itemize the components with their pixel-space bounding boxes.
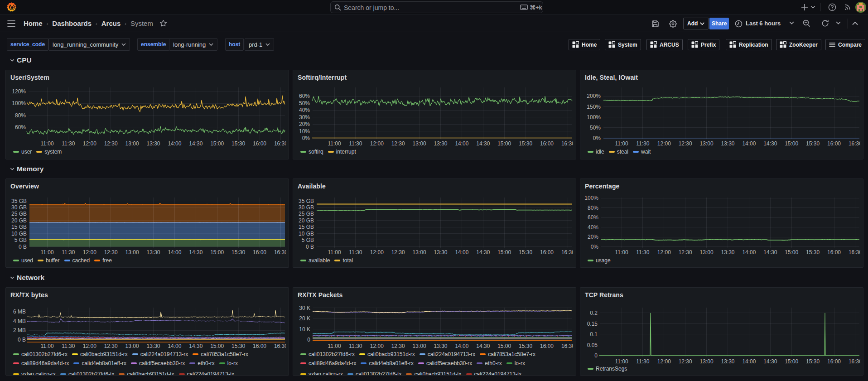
- svg-text:35 GB: 35 GB: [11, 198, 27, 204]
- svg-text:14:30: 14:30: [189, 249, 203, 256]
- svg-text:16:30: 16:30: [849, 358, 860, 365]
- svg-text:15 GB: 15 GB: [11, 224, 27, 230]
- svg-text:11:00: 11:00: [328, 343, 341, 349]
- svg-text:16:00: 16:00: [253, 249, 266, 256]
- svg-text:14:30: 14:30: [476, 249, 490, 256]
- svg-text:16:00: 16:00: [253, 343, 266, 349]
- svg-text:30 K: 30 K: [299, 305, 310, 311]
- svg-text:15:00: 15:00: [785, 140, 798, 147]
- svg-text:10 GB: 10 GB: [299, 231, 314, 237]
- svg-text:40%: 40%: [299, 107, 310, 113]
- svg-text:15:30: 15:30: [519, 249, 532, 256]
- svg-text:30 GB: 30 GB: [299, 204, 314, 211]
- svg-text:16:00: 16:00: [540, 249, 554, 256]
- svg-text:150%: 150%: [587, 104, 601, 110]
- svg-text:15:30: 15:30: [231, 249, 245, 256]
- svg-text:50%: 50%: [590, 125, 601, 131]
- svg-text:15:00: 15:00: [785, 358, 798, 365]
- svg-text:30 GB: 30 GB: [11, 204, 27, 211]
- svg-text:14:00: 14:00: [742, 249, 756, 256]
- svg-text:11:30: 11:30: [62, 343, 75, 349]
- svg-text:11:00: 11:00: [40, 343, 53, 349]
- svg-text:11:00: 11:00: [40, 140, 53, 147]
- svg-text:10 GB: 10 GB: [11, 231, 27, 237]
- svg-text:11:30: 11:30: [636, 249, 649, 256]
- svg-text:0 B: 0 B: [19, 244, 27, 250]
- svg-text:11:00: 11:00: [615, 249, 628, 256]
- svg-text:16:30: 16:30: [561, 249, 573, 256]
- svg-text:11:30: 11:30: [62, 249, 75, 256]
- svg-text:14:30: 14:30: [763, 358, 777, 365]
- svg-text:120%: 120%: [12, 88, 26, 95]
- svg-text:12:00: 12:00: [370, 249, 384, 256]
- svg-text:30%: 30%: [299, 114, 310, 121]
- svg-text:0: 0: [594, 352, 598, 359]
- svg-text:20 GB: 20 GB: [11, 217, 27, 224]
- svg-text:60%: 60%: [588, 214, 598, 221]
- svg-text:0.15: 0.15: [587, 321, 598, 327]
- svg-text:12:30: 12:30: [391, 249, 405, 256]
- svg-text:12:00: 12:00: [83, 249, 96, 256]
- svg-text:25 GB: 25 GB: [11, 211, 27, 217]
- svg-text:12:30: 12:30: [391, 140, 405, 147]
- svg-text:16:00: 16:00: [827, 358, 841, 365]
- svg-text:16:00: 16:00: [540, 140, 554, 147]
- svg-text:11:00: 11:00: [615, 358, 628, 365]
- svg-text:14:00: 14:00: [455, 140, 468, 147]
- svg-text:13:30: 13:30: [146, 249, 160, 256]
- svg-text:0: 0: [307, 337, 310, 343]
- svg-text:13:30: 13:30: [721, 140, 734, 147]
- svg-text:60%: 60%: [15, 124, 26, 130]
- svg-text:16:30: 16:30: [849, 249, 860, 256]
- svg-text:6 MB: 6 MB: [13, 309, 26, 315]
- svg-text:14:00: 14:00: [742, 358, 756, 365]
- svg-text:14:30: 14:30: [763, 249, 777, 256]
- svg-text:12:30: 12:30: [104, 343, 118, 349]
- svg-text:15:30: 15:30: [231, 140, 245, 147]
- svg-text:15:30: 15:30: [806, 249, 820, 256]
- svg-text:14:30: 14:30: [189, 343, 203, 349]
- svg-text:11:30: 11:30: [62, 140, 75, 147]
- svg-text:10%: 10%: [299, 128, 310, 135]
- svg-text:16:00: 16:00: [540, 343, 554, 349]
- svg-text:14:00: 14:00: [168, 249, 181, 256]
- svg-text:11:30: 11:30: [349, 343, 362, 349]
- svg-text:25 GB: 25 GB: [299, 211, 314, 217]
- svg-text:13:30: 13:30: [434, 249, 447, 256]
- svg-text:12:30: 12:30: [104, 249, 118, 256]
- svg-text:15 GB: 15 GB: [299, 224, 314, 230]
- svg-text:12:00: 12:00: [657, 249, 671, 256]
- svg-text:13:00: 13:00: [413, 140, 426, 147]
- svg-text:16:30: 16:30: [561, 343, 573, 349]
- svg-text:11:30: 11:30: [636, 140, 649, 147]
- svg-text:60%: 60%: [299, 93, 310, 99]
- svg-text:15:00: 15:00: [497, 140, 511, 147]
- svg-text:16:30: 16:30: [849, 140, 860, 147]
- svg-text:16:30: 16:30: [561, 140, 573, 147]
- svg-text:20 GB: 20 GB: [299, 217, 314, 224]
- svg-text:15:30: 15:30: [806, 140, 820, 147]
- svg-text:14:30: 14:30: [189, 140, 203, 147]
- svg-text:5 GB: 5 GB: [14, 237, 27, 243]
- svg-text:13:00: 13:00: [125, 343, 139, 349]
- svg-text:15:30: 15:30: [231, 343, 245, 349]
- svg-text:13:00: 13:00: [700, 358, 714, 365]
- svg-text:20 K: 20 K: [299, 315, 310, 322]
- svg-text:12:30: 12:30: [679, 358, 692, 365]
- svg-text:15:00: 15:00: [210, 343, 224, 349]
- svg-text:4 MB: 4 MB: [13, 318, 26, 324]
- svg-text:15:00: 15:00: [785, 249, 798, 256]
- svg-text:16:00: 16:00: [827, 249, 841, 256]
- svg-text:12:30: 12:30: [104, 140, 118, 147]
- svg-text:13:30: 13:30: [146, 343, 160, 349]
- svg-text:15:00: 15:00: [497, 249, 511, 256]
- svg-text:12:00: 12:00: [83, 140, 96, 147]
- svg-text:0%: 0%: [591, 244, 599, 250]
- svg-text:11:30: 11:30: [349, 249, 362, 256]
- svg-text:16:30: 16:30: [274, 343, 286, 349]
- svg-text:14:30: 14:30: [476, 140, 490, 147]
- svg-text:12:30: 12:30: [391, 343, 405, 349]
- svg-text:11:30: 11:30: [349, 140, 362, 147]
- svg-text:15:00: 15:00: [210, 249, 224, 256]
- svg-text:15:00: 15:00: [497, 343, 511, 349]
